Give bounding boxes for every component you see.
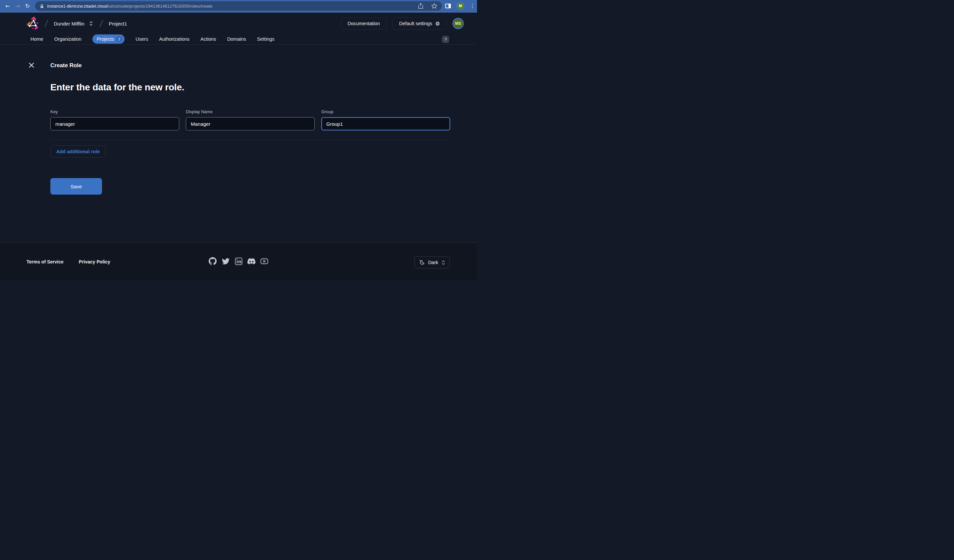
display-name-input[interactable] bbox=[186, 117, 315, 131]
theme-selector[interactable]: Dark bbox=[415, 257, 450, 268]
tab-authorizations[interactable]: Authorizations bbox=[159, 36, 189, 42]
form-heading: Enter the data for the new role. bbox=[50, 82, 184, 93]
reload-icon[interactable]: ↻ bbox=[23, 3, 33, 9]
group-field-group: Group bbox=[321, 109, 450, 131]
select-chevrons-icon bbox=[441, 260, 446, 266]
tab-organization[interactable]: Organization bbox=[55, 36, 81, 42]
lock-icon bbox=[40, 4, 44, 9]
github-icon[interactable] bbox=[209, 257, 217, 265]
role-form: Key Display Name Group bbox=[50, 109, 450, 131]
share-icon[interactable] bbox=[418, 3, 423, 9]
theme-selector-value: Dark bbox=[428, 260, 438, 265]
documentation-label: Documentation bbox=[348, 21, 380, 26]
url-path: /ui/console/projects/194136146127618305/… bbox=[108, 4, 213, 9]
footer-links: Terms of Service Privacy Policy bbox=[26, 259, 110, 264]
breadcrumb-separator bbox=[45, 20, 48, 28]
terms-of-service-link[interactable]: Terms of Service bbox=[26, 259, 64, 264]
side-panel-icon[interactable] bbox=[445, 4, 451, 8]
close-icon[interactable] bbox=[28, 62, 35, 69]
zitadel-logo-icon[interactable] bbox=[27, 17, 40, 30]
youtube-icon[interactable] bbox=[260, 257, 268, 265]
tab-settings[interactable]: Settings bbox=[257, 36, 274, 42]
browser-menu-icon[interactable]: ⋮ bbox=[470, 3, 475, 9]
breadcrumb-project[interactable]: Project1 bbox=[109, 21, 127, 26]
key-label: Key bbox=[50, 109, 179, 114]
discord-icon[interactable] bbox=[248, 257, 256, 265]
breadcrumb-separator bbox=[99, 20, 103, 28]
display-name-label: Display Name bbox=[186, 109, 315, 114]
breadcrumb-org[interactable]: Dunder Mifflin bbox=[54, 21, 84, 26]
main-nav: Home Organization Projects 2 Users Autho… bbox=[0, 34, 477, 45]
bookmark-star-icon[interactable] bbox=[431, 3, 437, 9]
url-bar[interactable]: instance1-dkmnzw.zitadel.cloud/ui/consol… bbox=[35, 1, 442, 11]
url-host: instance1-dkmnzw.zitadel.cloud bbox=[47, 4, 108, 9]
help-button[interactable]: ? bbox=[442, 36, 449, 43]
social-links bbox=[209, 257, 268, 265]
footer: Terms of Service Privacy Policy bbox=[0, 242, 477, 280]
display-name-field-group: Display Name bbox=[186, 109, 315, 131]
documentation-button[interactable]: Documentation bbox=[341, 17, 387, 30]
projects-count-badge: 2 bbox=[116, 36, 122, 42]
linkedin-icon[interactable] bbox=[235, 257, 242, 265]
page-title: Create Role bbox=[50, 62, 81, 69]
tab-users[interactable]: Users bbox=[136, 36, 148, 42]
user-avatar[interactable]: MS bbox=[452, 18, 464, 29]
browser-toolbar: ← → ↻ instance1-dkmnzw.zitadel.cloud/ui/… bbox=[0, 0, 477, 12]
default-settings-button[interactable]: Default settings ⚙ bbox=[393, 17, 447, 30]
tab-domains[interactable]: Domains bbox=[227, 36, 246, 42]
back-icon[interactable]: ← bbox=[3, 3, 12, 9]
gear-icon: ⚙ bbox=[435, 20, 440, 27]
tab-home[interactable]: Home bbox=[30, 36, 44, 42]
add-additional-role-button[interactable]: Add additional role bbox=[50, 145, 106, 157]
twitter-icon[interactable] bbox=[221, 257, 229, 265]
key-input[interactable] bbox=[50, 117, 179, 131]
default-settings-label: Default settings bbox=[399, 21, 432, 26]
key-field-group: Key bbox=[50, 109, 179, 131]
tab-projects[interactable]: Projects 2 bbox=[92, 34, 125, 44]
browser-profile-avatar[interactable]: M bbox=[457, 2, 465, 10]
tab-projects-label: Projects bbox=[97, 36, 114, 42]
group-input[interactable] bbox=[321, 117, 450, 131]
app-header: Dunder Mifflin Project1 Documentation De… bbox=[0, 13, 477, 34]
privacy-policy-link[interactable]: Privacy Policy bbox=[79, 259, 110, 264]
save-button[interactable]: Save bbox=[50, 178, 102, 194]
dark-mode-moon-icon bbox=[419, 260, 425, 266]
form-divider bbox=[50, 140, 450, 140]
console-page: Dunder Mifflin Project1 Documentation De… bbox=[0, 13, 477, 242]
forward-icon[interactable]: → bbox=[12, 3, 23, 9]
org-switcher-icon[interactable] bbox=[89, 20, 93, 26]
tab-actions[interactable]: Actions bbox=[200, 36, 216, 42]
group-label: Group bbox=[321, 109, 450, 114]
